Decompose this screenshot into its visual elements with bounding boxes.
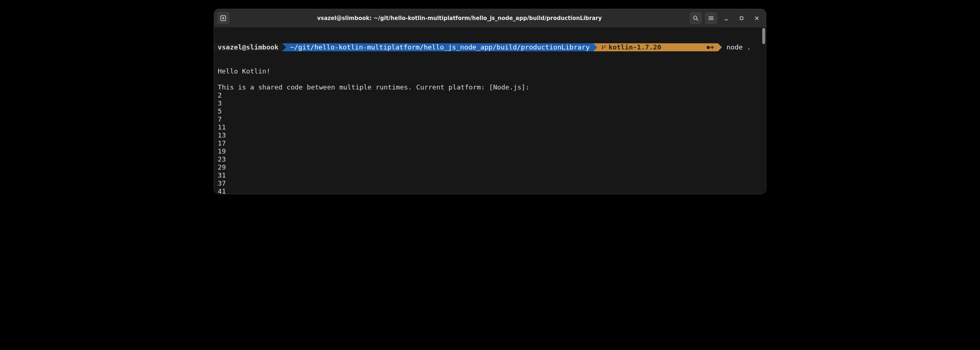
output-number: 19 [218, 147, 226, 155]
search-icon [692, 15, 699, 21]
close-icon [754, 15, 760, 21]
prompt-git-branch: kotlin-1.7.20 [608, 43, 661, 51]
output-greeting: Hello Kotlin! [218, 67, 270, 75]
new-tab-button[interactable] [217, 12, 229, 24]
minimize-icon [723, 15, 730, 21]
minimize-button[interactable] [720, 12, 732, 24]
output-number: 23 [218, 155, 226, 163]
output-number: 5 [218, 107, 222, 115]
terminal-area[interactable]: vsazel@slimbook ~/git/hello-kotlin-multi… [214, 27, 766, 194]
git-branch-icon [601, 45, 606, 50]
close-button[interactable] [751, 12, 763, 24]
svg-point-5 [605, 45, 606, 46]
prompt-git-segment: kotlin-1.7.20 + [593, 43, 718, 51]
hamburger-icon [708, 15, 714, 21]
maximize-icon [738, 15, 745, 21]
output-number: 7 [218, 115, 222, 123]
menu-button[interactable] [705, 12, 717, 24]
titlebar: vsazel@slimbook: ~/git/hello-kotlin-mult… [214, 9, 766, 27]
terminal-window: vsazel@slimbook: ~/git/hello-kotlin-mult… [214, 9, 766, 194]
output-number: 17 [218, 139, 226, 147]
output-number: 29 [218, 163, 226, 171]
terminal-output: Hello Kotlin! This is a shared code betw… [214, 67, 762, 194]
prompt-line: vsazel@slimbook ~/git/hello-kotlin-multi… [214, 43, 762, 51]
git-dirty-dot-icon [706, 46, 710, 49]
output-number: 41 [218, 187, 226, 194]
svg-point-1 [694, 16, 697, 19]
prompt-command: node . [718, 43, 755, 51]
output-number: 3 [218, 99, 222, 107]
output-number: 37 [218, 179, 226, 187]
output-number: 2 [218, 91, 222, 99]
git-untracked-plus-icon: + [710, 43, 714, 51]
plus-box-icon [220, 15, 226, 21]
output-platform-line: This is a shared code between multiple r… [218, 83, 530, 91]
output-number: 11 [218, 123, 226, 131]
prompt-path: ~/git/hello-kotlin-multiplatform/hello_j… [282, 43, 593, 51]
svg-rect-2 [740, 17, 743, 20]
window-title: vsazel@slimbook: ~/git/hello-kotlin-mult… [232, 15, 687, 21]
output-number: 13 [218, 131, 226, 139]
svg-point-3 [602, 45, 603, 46]
prompt-user-host: vsazel@slimbook [214, 43, 282, 51]
output-number: 31 [218, 171, 226, 179]
search-button[interactable] [690, 12, 702, 24]
svg-point-4 [602, 48, 603, 49]
scrollbar[interactable] [762, 27, 766, 194]
scrollbar-thumb[interactable] [762, 28, 765, 44]
maximize-button[interactable] [735, 12, 748, 24]
